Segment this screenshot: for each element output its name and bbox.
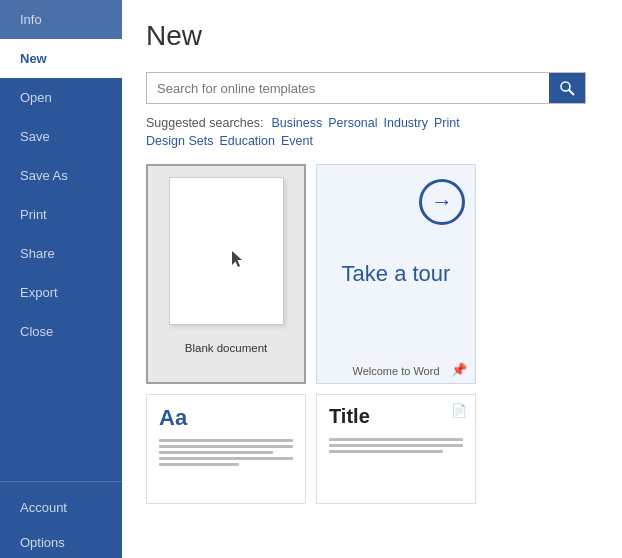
blank-document-label: Blank document <box>148 336 304 360</box>
title-line-3 <box>329 450 443 453</box>
aa-line-3 <box>159 451 273 454</box>
page-title: New <box>146 20 598 52</box>
sidebar-item-options[interactable]: Options <box>0 523 122 558</box>
cursor-icon <box>232 251 244 269</box>
sidebar-divider <box>0 481 122 482</box>
suggested-label: Suggested searches: <box>146 116 263 130</box>
blank-page <box>169 177 284 325</box>
suggested-link-education[interactable]: Education <box>219 134 275 148</box>
svg-line-1 <box>569 90 574 95</box>
document-icon: 📄 <box>451 403 467 418</box>
search-icon <box>559 80 575 96</box>
suggested-searches-row2: Design Sets Education Event <box>146 134 598 148</box>
template-tour-card[interactable]: → Take a tour Welcome to Word 📌 <box>316 164 476 384</box>
sidebar-item-print[interactable]: Print <box>0 195 122 234</box>
template-blank-document[interactable]: Blank document <box>146 164 306 384</box>
suggested-searches-row1: Suggested searches: Business Personal In… <box>146 116 598 130</box>
search-container <box>146 72 586 104</box>
sidebar-item-info[interactable]: Info <box>0 0 122 39</box>
template-aa-card[interactable]: Aa <box>146 394 306 504</box>
sidebar-item-close[interactable]: Close <box>0 312 122 351</box>
sidebar: Info New Open Save Save As Print Share E… <box>0 0 122 558</box>
tour-card-title: Take a tour <box>342 261 451 287</box>
title-lines <box>329 438 463 453</box>
templates-grid: Blank document → Take a tour Welcome to … <box>146 164 598 504</box>
sidebar-item-share[interactable]: Share <box>0 234 122 273</box>
search-button[interactable] <box>549 73 585 103</box>
suggested-link-event[interactable]: Event <box>281 134 313 148</box>
suggested-link-personal[interactable]: Personal <box>328 116 377 130</box>
sidebar-item-open[interactable]: Open <box>0 78 122 117</box>
suggested-link-industry[interactable]: Industry <box>384 116 428 130</box>
aa-lines <box>159 439 293 466</box>
tour-circle: → <box>419 179 465 225</box>
template-title-card[interactable]: 📄 Title <box>316 394 476 504</box>
aa-line-5 <box>159 463 239 466</box>
sidebar-item-save[interactable]: Save <box>0 117 122 156</box>
tour-arrow-icon: → <box>431 191 453 213</box>
title-card-text: Title <box>329 405 463 428</box>
sidebar-item-export[interactable]: Export <box>0 273 122 312</box>
title-line-2 <box>329 444 463 447</box>
blank-document-preview <box>148 166 304 336</box>
tour-card-subtitle: Welcome to Word <box>325 365 467 377</box>
sidebar-spacer <box>0 351 122 475</box>
suggested-link-business[interactable]: Business <box>271 116 322 130</box>
title-line-1 <box>329 438 463 441</box>
suggested-link-print[interactable]: Print <box>434 116 460 130</box>
sidebar-item-new[interactable]: New <box>0 39 122 78</box>
main-area: New Suggested searches: Business Persona… <box>122 0 622 558</box>
sidebar-item-account[interactable]: Account <box>0 488 122 523</box>
aa-line-2 <box>159 445 293 448</box>
pin-icon: 📌 <box>451 362 467 377</box>
aa-letter: Aa <box>159 405 293 431</box>
aa-line-1 <box>159 439 293 442</box>
aa-line-4 <box>159 457 293 460</box>
search-input[interactable] <box>147 74 549 103</box>
suggested-link-design-sets[interactable]: Design Sets <box>146 134 213 148</box>
sidebar-item-save-as[interactable]: Save As <box>0 156 122 195</box>
